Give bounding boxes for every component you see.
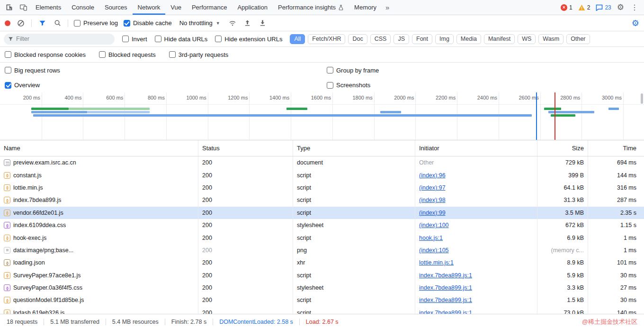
filter-chip-css[interactable]: CSS [370,34,391,44]
tab-sources[interactable]: Sources [99,0,133,15]
filter-input[interactable] [16,36,110,42]
tab-elements[interactable]: Elements [30,0,66,15]
tab-vue[interactable]: Vue [165,0,187,15]
tab-performance[interactable]: Performance [187,0,232,15]
table-row[interactable]: lodash.619eb326.js200scriptindex.7bdea89… [0,307,644,314]
initiator-link[interactable]: (index):96 [419,172,446,179]
table-row[interactable]: preview.exam.isrc.ac.cn200documentOther7… [0,156,644,169]
tab-console[interactable]: Console [66,0,99,15]
hide-data-urls-checkbox[interactable]: Hide data URLs [155,36,208,43]
filter-chip-all[interactable]: All [290,34,305,44]
filter-chip-ws[interactable]: WS [518,34,536,44]
device-toolbar-icon[interactable] [16,0,30,15]
initiator-link[interactable]: index.7bdea899.js:1 [419,272,472,279]
table-row[interactable]: index.7bdea899.js200script(index):9831.3… [0,194,644,206]
search-icon[interactable] [53,18,62,28]
column-header-size[interactable]: Size [537,140,588,156]
record-button[interactable] [5,20,10,26]
filter-chip-manifest[interactable]: Manifest [484,34,515,44]
import-har-icon[interactable] [243,18,252,28]
blocked-response-cookies-checkbox[interactable]: Blocked response cookies [5,51,86,58]
export-har-icon[interactable] [258,18,268,28]
funnel-icon [8,36,13,42]
table-row[interactable]: constant.js200script(index):96399 B144 m… [0,169,644,181]
invert-checkbox[interactable]: Invert [122,36,147,43]
script-icon [4,172,10,179]
tab-network[interactable]: Network [133,0,166,15]
messages-badge[interactable]: 23 [596,4,611,11]
checkbox-label: 3rd-party requests [179,51,229,58]
tab-application[interactable]: Application [232,0,273,15]
filter-chip-js[interactable]: JS [394,34,409,44]
blocked-requests-checkbox[interactable]: Blocked requests [99,51,156,58]
initiator-link[interactable]: (index):98 [419,197,446,203]
filter-chip-img[interactable]: Img [435,34,454,44]
kebab-menu-icon[interactable]: ⋮ [630,3,639,12]
initiator-link[interactable]: index.7bdea899.js:1 [419,284,472,291]
tab-performance-insights[interactable]: Performance insights [273,0,349,15]
initiator-link[interactable]: lottie.min.js:1 [419,259,454,266]
column-header-type[interactable]: Type [293,140,415,156]
size-cell: 729 kB [537,156,588,169]
big-request-rows-checkbox[interactable]: Big request rows [5,67,60,74]
more-tabs-chevron[interactable]: » [382,0,393,15]
filter-chip-doc[interactable]: Doc [348,34,367,44]
script-icon [4,272,10,279]
table-row[interactable]: questionModel.9f1d85be.js200scriptindex.… [0,294,644,306]
clear-icon[interactable] [16,18,26,28]
initiator-link[interactable]: index.7bdea899.js:1 [419,310,472,314]
tab-memory[interactable]: Memory [349,0,382,15]
time-cell: 1.15 s [588,219,644,231]
screenshots-checkbox[interactable]: Screenshots [327,82,370,89]
waterfall-bar [87,111,150,113]
overview-strip[interactable]: 200 ms400 ms600 ms800 ms1000 ms1200 ms14… [0,92,644,140]
error-badge[interactable]: × 1 [561,4,572,11]
overview-scrollbar-thumb[interactable] [641,93,643,104]
network-conditions-icon[interactable] [228,18,237,28]
filter-chip-wasm[interactable]: Wasm [538,34,564,44]
size-cell: 3.3 kB [537,282,588,294]
hide-extension-urls-checkbox[interactable]: Hide extension URLs [215,36,282,43]
checkbox-label: Hide data URLs [164,36,208,43]
time-cell: 30 ms [588,269,644,282]
initiator-link[interactable]: index.7bdea899.js:1 [419,297,472,303]
table-row[interactable]: index.6109ddea.css200stylesheet(index):1… [0,219,644,231]
table-row[interactable]: vendor.66fd2e01.js200script(index):993.5… [0,207,644,219]
tick-label: 1600 ms [311,95,331,101]
column-header-name[interactable]: Name [0,140,198,156]
initiator-link[interactable]: hook.js:1 [419,235,443,241]
column-header-status[interactable]: Status [198,140,293,156]
warning-badge[interactable]: 2 [578,4,590,11]
column-header-time[interactable]: Time [588,140,644,156]
table-row[interactable]: SurveyPaper.0a36f4f5.css200stylesheetind… [0,282,644,294]
throttling-select[interactable]: No throttling ▼ [178,18,222,27]
initiator-link[interactable]: (index):99 [419,210,446,216]
table-row[interactable]: SurveyPaper.97ace8e1.js200scriptindex.7b… [0,269,644,282]
disable-cache-checkbox[interactable]: Disable cache [124,19,172,27]
checkbox-label: Big request rows [14,67,60,74]
table-row[interactable]: data:image/png;base...200png(index):105(… [0,244,644,256]
initiator-link[interactable]: (index):105 [419,247,449,254]
initiator-link[interactable]: (index):97 [419,184,446,191]
filter-funnel-icon[interactable] [37,18,47,28]
initiator-link[interactable]: (index):100 [419,222,449,228]
overview-checkbox[interactable]: Overview [5,82,40,89]
table-row[interactable]: lottie.min.js200script(index):9764.1 kB3… [0,182,644,194]
filter-chip-font[interactable]: Font [412,34,432,44]
script-icon [4,310,10,314]
group-by-frame-checkbox[interactable]: Group by frame [327,67,379,74]
column-header-initiator[interactable]: Initiator [415,140,537,156]
settings-gear-icon[interactable]: ⚙ [617,2,624,12]
table-row[interactable]: loading.json200xhrlottie.min.js:18.9 kB1… [0,256,644,269]
waterfall-bar [33,114,532,117]
table-row[interactable]: hook-exec.js200scripthook.js:16.9 kB1 ms [0,231,644,244]
tick-label: 1800 ms [352,95,372,101]
network-settings-gear-icon[interactable]: ⚙ [632,18,639,28]
filter-chip-fetch-xhr[interactable]: Fetch/XHR [308,34,345,44]
inspect-icon[interactable] [2,0,16,15]
filter-chip-other[interactable]: Other [566,34,590,44]
third-party-requests-checkbox[interactable]: 3rd-party requests [169,51,229,58]
preserve-log-checkbox[interactable]: Preserve log [74,19,118,27]
status-cell: 200 [198,282,293,294]
filter-chip-media[interactable]: Media [456,34,481,44]
